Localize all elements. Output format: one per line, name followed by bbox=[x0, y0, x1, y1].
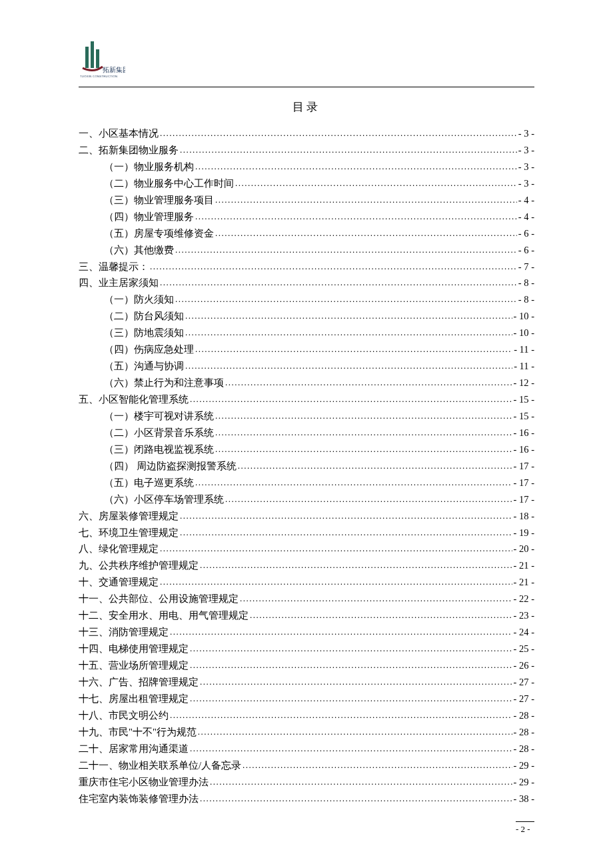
toc-leader-dots bbox=[185, 325, 512, 340]
toc-entry[interactable]: 八、绿化管理规定- 20 - bbox=[79, 541, 534, 557]
toc-entry-label: （四）物业管理服务 bbox=[104, 209, 194, 225]
toc-entry-label: 九、公共秩序维护管理规定 bbox=[79, 557, 199, 574]
toc-leader-dots bbox=[195, 159, 517, 174]
toc-leader-dots bbox=[180, 525, 512, 540]
toc-entry-page: - 12 - bbox=[514, 375, 534, 391]
toc-entry-page: - 3 - bbox=[518, 125, 534, 142]
logo-subtext: TUOXIN CONSTRUCTION bbox=[80, 75, 117, 78]
toc-entry[interactable]: 十三、消防管理规定- 24 - bbox=[79, 624, 534, 641]
toc-leader-dots bbox=[190, 641, 512, 656]
toc-entry[interactable]: （五）房屋专项维修资金- 6 - bbox=[79, 225, 534, 242]
toc-entry-label: 五、小区智能化管理系统 bbox=[79, 391, 189, 408]
logo-area: 拓新集团 TUOXIN CONSTRUCTION bbox=[79, 40, 534, 81]
toc-entry[interactable]: （一）物业服务机构- 3 - bbox=[79, 159, 534, 175]
toc-entry[interactable]: 二十、居家常用沟通渠道- 28 - bbox=[79, 741, 534, 757]
logo-text: 拓新集团 bbox=[102, 66, 125, 73]
toc-entry[interactable]: （六）其他缴费- 6 - bbox=[79, 242, 534, 259]
toc-entry-page: - 10 - bbox=[514, 325, 534, 341]
toc-leader-dots bbox=[190, 691, 512, 706]
toc-entry-page: - 28 - bbox=[514, 707, 534, 724]
toc-entry-label: （三）物业管理服务项目 bbox=[104, 192, 214, 209]
svg-rect-1 bbox=[91, 41, 94, 68]
toc-entry-label: 十六、广告、招牌管理规定 bbox=[79, 674, 199, 691]
toc-leader-dots bbox=[185, 359, 512, 373]
toc-entry[interactable]: （二）小区背景音乐系统- 16 - bbox=[79, 425, 534, 441]
toc-leader-dots bbox=[250, 608, 512, 623]
toc-entry[interactable]: （一）楼宇可视对讲系统- 15 - bbox=[79, 408, 534, 425]
toc-entry[interactable]: 十八、市民文明公约- 28 - bbox=[79, 707, 534, 724]
toc-entry-label: （六）禁止行为和注意事项 bbox=[104, 375, 224, 391]
toc-entry-label: 十三、消防管理规定 bbox=[79, 624, 169, 641]
toc-entry[interactable]: 十六、广告、招牌管理规定- 27 - bbox=[79, 674, 534, 691]
toc-entry[interactable]: 九、公共秩序维护管理规定- 21 - bbox=[79, 557, 534, 574]
document-page: 拓新集团 TUOXIN CONSTRUCTION 目录 一、小区基本情况- 3 … bbox=[0, 0, 613, 868]
svg-rect-0 bbox=[85, 47, 89, 68]
toc-entry-label: 十七、房屋出租管理规定 bbox=[79, 691, 189, 707]
toc-entry[interactable]: （二）物业服务中心工作时间- 3 - bbox=[79, 175, 534, 192]
toc-entry[interactable]: 六、房屋装修管理规定- 18 - bbox=[79, 508, 534, 525]
toc-entry-label: 二十一、物业相关联系单位/人备忘录 bbox=[79, 757, 241, 774]
toc-entry-page: - 8 - bbox=[518, 275, 534, 291]
toc-entry[interactable]: 十一、公共部位、公用设施管理规定- 22 - bbox=[79, 591, 534, 607]
toc-entry[interactable]: 十二、安全用水、用电、用气管理规定- 23 - bbox=[79, 607, 534, 624]
toc-leader-dots bbox=[150, 259, 517, 274]
toc-entry-label: （四）伤病应急处理 bbox=[104, 341, 194, 358]
toc-entry-page: - 21 - bbox=[514, 557, 534, 574]
toc-entry-label: （五）沟通与协调 bbox=[104, 358, 184, 375]
toc-entry[interactable]: （三）防地震须知- 10 - bbox=[79, 325, 534, 341]
toc-entry[interactable]: 十、交通管理规定- 21 - bbox=[79, 574, 534, 591]
toc-entry-label: 三、温馨提示： bbox=[79, 259, 149, 275]
toc-entry[interactable]: 重庆市住宅小区物业管理办法- 29 - bbox=[79, 774, 534, 791]
toc-entry[interactable]: （六）禁止行为和注意事项- 12 - bbox=[79, 375, 534, 391]
toc-entry-page: - 38 - bbox=[514, 791, 534, 807]
toc-leader-dots bbox=[160, 126, 517, 141]
toc-entry[interactable]: 二、拓新集团物业服务- 3 - bbox=[79, 142, 534, 159]
toc-entry[interactable]: （四） 周边防盗探测报警系统- 17 - bbox=[79, 458, 534, 475]
toc-entry-page: - 7 - bbox=[518, 259, 534, 275]
toc-entry-page: - 17 - bbox=[514, 475, 534, 491]
toc-leader-dots bbox=[215, 442, 512, 457]
toc-entry[interactable]: （五）沟通与协调- 11 - bbox=[79, 358, 534, 375]
toc-entry[interactable]: 五、小区智能化管理系统- 15 - bbox=[79, 391, 534, 408]
toc-leader-dots bbox=[215, 425, 512, 440]
toc-leader-dots bbox=[215, 193, 517, 207]
toc-entry[interactable]: 四、业主居家须知- 8 - bbox=[79, 275, 534, 291]
toc-leader-dots bbox=[195, 342, 512, 357]
toc-leader-dots bbox=[235, 176, 517, 191]
toc-leader-dots bbox=[198, 725, 512, 739]
toc-entry-page: - 6 - bbox=[518, 242, 534, 259]
toc-entry-label: 二十、居家常用沟通渠道 bbox=[79, 741, 189, 757]
toc-entry[interactable]: 三、温馨提示：- 7 - bbox=[79, 259, 534, 275]
toc-entry[interactable]: 十四、电梯使用管理规定- 25 - bbox=[79, 641, 534, 657]
toc-entry[interactable]: （三）闭路电视监视系统- 16 - bbox=[79, 441, 534, 458]
toc-entry-label: 重庆市住宅小区物业管理办法 bbox=[79, 774, 209, 791]
toc-entry[interactable]: （六）小区停车场管理系统- 17 - bbox=[79, 491, 534, 508]
toc-entry-page: - 4 - bbox=[518, 209, 534, 225]
toc-entry[interactable]: 十九、市民"十不"行为规范- 28 - bbox=[79, 724, 534, 741]
toc-entry[interactable]: 住宅室内装饰装修管理办法- 38 - bbox=[79, 791, 534, 807]
toc-entry[interactable]: 十五、营业场所管理规定- 26 - bbox=[79, 657, 534, 674]
toc-entry-label: 十四、电梯使用管理规定 bbox=[79, 641, 189, 657]
toc-entry[interactable]: （一）防火须知- 8 - bbox=[79, 291, 534, 308]
toc-leader-dots bbox=[215, 226, 517, 241]
toc-entry[interactable]: 二十一、物业相关联系单位/人备忘录- 29 - bbox=[79, 757, 534, 774]
toc-entry[interactable]: 七、环境卫生管理规定- 19 - bbox=[79, 525, 534, 541]
toc-entry[interactable]: 十七、房屋出租管理规定- 27 - bbox=[79, 691, 534, 707]
toc-entry-page: - 18 - bbox=[514, 508, 534, 525]
toc-entry[interactable]: 一、小区基本情况- 3 - bbox=[79, 125, 534, 142]
toc-leader-dots bbox=[225, 375, 512, 390]
toc-entry[interactable]: （五）电子巡更系统- 17 - bbox=[79, 475, 534, 491]
table-of-contents: 一、小区基本情况- 3 -二、拓新集团物业服务- 3 -（一）物业服务机构- 3… bbox=[79, 125, 534, 807]
toc-entry[interactable]: （四）物业管理服务- 4 - bbox=[79, 209, 534, 225]
toc-entry-page: - 28 - bbox=[514, 741, 534, 757]
toc-entry-page: - 16 - bbox=[514, 441, 534, 458]
toc-entry[interactable]: （三）物业管理服务项目- 4 - bbox=[79, 192, 534, 209]
toc-entry-label: 七、环境卫生管理规定 bbox=[79, 525, 179, 541]
toc-leader-dots bbox=[160, 275, 517, 290]
toc-entry[interactable]: （二）防台风须知- 10 - bbox=[79, 308, 534, 325]
toc-leader-dots bbox=[180, 509, 512, 523]
toc-leader-dots bbox=[210, 775, 512, 789]
toc-entry-label: （一）楼宇可视对讲系统 bbox=[104, 408, 214, 425]
toc-entry[interactable]: （四）伤病应急处理- 11 - bbox=[79, 341, 534, 358]
toc-entry-label: 十一、公共部位、公用设施管理规定 bbox=[79, 591, 239, 607]
